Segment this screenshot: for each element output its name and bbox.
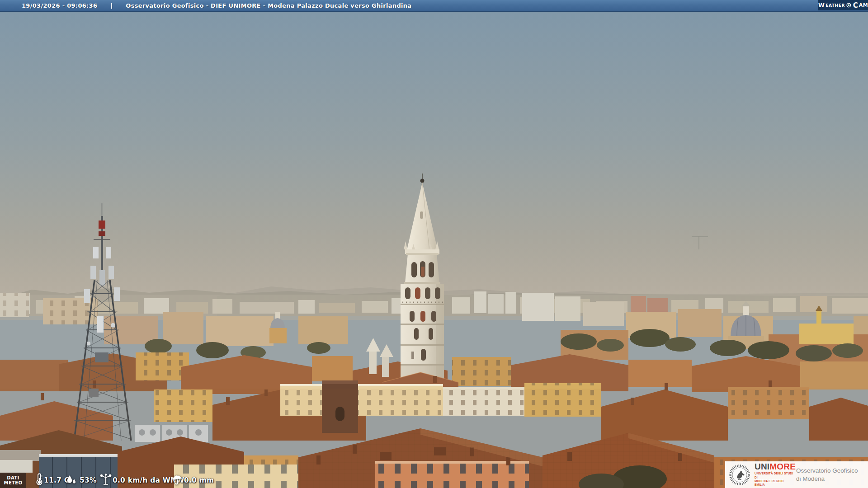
temperature-value: 11.7 C: [44, 476, 69, 484]
unimore-title: UNIMORE: [755, 462, 793, 471]
title-bar: 19/03/2026 - 09:06:36 | Osservatorio Geo…: [0, 0, 868, 12]
unimore-more: MORE: [769, 462, 796, 471]
anemometer-icon: [99, 474, 112, 485]
weathercam-logo: WEATHER CAM: [818, 0, 868, 10]
page-title: Osservatorio Geofisico - DIEF UNIMORE - …: [126, 2, 411, 9]
lens-dot-icon: [846, 2, 851, 8]
brand-word-rest: EATHER: [826, 3, 845, 8]
unimore-wordmark: UNIMORE UNIVERSITÀ DEGLI STUDI DI MODENA…: [755, 462, 793, 487]
institution-logo-box: UNIMORE UNIVERSITÀ DEGLI STUDI DI MODENA…: [725, 461, 868, 488]
university-caption-line1: UNIVERSITÀ DEGLI STUDI DI: [755, 472, 793, 479]
chip-line2: METEO: [4, 480, 23, 486]
brand-word2-rest: AM: [859, 2, 868, 8]
observatory-line1: Osservatorio Geofisico: [796, 467, 858, 475]
separator: |: [110, 2, 113, 9]
university-seal-icon: [729, 464, 750, 486]
thermometer-icon: [36, 473, 42, 485]
precipitation-value: 0.0 mm: [184, 476, 214, 484]
brand-word-initial: W: [818, 2, 825, 9]
webcam-page: 19/03/2026 - 09:06:36 | Osservatorio Geo…: [0, 0, 868, 488]
humidity-drops-icon: [66, 474, 77, 485]
observatory-name: Osservatorio Geofisico di Modena: [796, 467, 858, 483]
university-caption-line2: MODENA E REGGIO EMILIA: [755, 479, 793, 487]
webcam-photo: [0, 0, 868, 488]
umbrella-icon: [171, 474, 184, 486]
brand-word2-initial: C: [853, 1, 858, 9]
chip-line1: DATI: [7, 475, 19, 481]
observatory-line2: di Modena: [796, 475, 858, 483]
dati-meteo-chip: DATI METEO: [0, 473, 26, 488]
timestamp: 19/03/2026 - 09:06:36: [22, 2, 97, 9]
unimore-uni: UNI: [755, 462, 769, 471]
humidity-value: 53%: [80, 476, 97, 484]
